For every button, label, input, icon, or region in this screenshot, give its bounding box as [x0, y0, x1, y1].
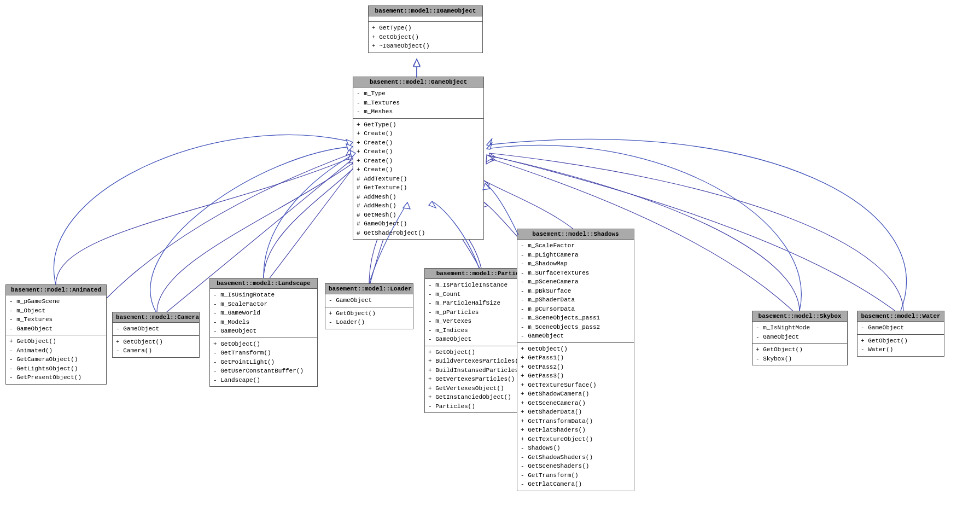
diagram-container: basement::model::IGameObject + GetType()…	[0, 0, 980, 506]
connections-svg	[0, 0, 980, 506]
animated-methods: + GetObject() - Animated() - GetCameraOb…	[6, 335, 106, 384]
camera-fields: - GameObject	[113, 323, 199, 336]
gameobject-header: basement::model::GameObject	[353, 77, 483, 88]
svg-marker-17	[486, 155, 493, 162]
loader-box: basement::model::Loader - GameObject + G…	[325, 283, 413, 329]
svg-marker-19	[413, 59, 420, 67]
shadows-header: basement::model::Shadows	[517, 229, 634, 240]
loader-fields: - GameObject	[325, 294, 413, 307]
svg-marker-9	[488, 153, 495, 160]
landscape-header: basement::model::Landscape	[210, 278, 317, 289]
arrows-svg	[0, 0, 980, 506]
water-methods: + GetObject() - Water()	[858, 335, 944, 356]
shadows-box: basement::model::Shadows - m_ScaleFactor…	[517, 229, 634, 491]
camera-header: basement::model::Camera	[113, 312, 199, 323]
skybox-header: basement::model::Skybox	[752, 311, 847, 322]
landscape-box: basement::model::Landscape - m_IsUsingRo…	[209, 278, 318, 387]
gameobject-methods: + GetType() + Create() + Create() + Crea…	[353, 119, 483, 240]
svg-marker-20	[346, 139, 353, 147]
landscape-methods: + GetObject() - GetTransform() - GetPoin…	[210, 338, 317, 387]
igameobject-header: basement::model::IGameObject	[369, 6, 482, 16]
svg-marker-1	[413, 59, 420, 66]
svg-marker-16	[486, 158, 493, 164]
loader-header: basement::model::Loader	[325, 284, 413, 294]
loader-methods: + GetObject() - Loader()	[325, 307, 413, 329]
water-header: basement::model::Water	[858, 311, 944, 322]
gameobject-box: basement::model::GameObject - m_Type - m…	[353, 77, 484, 240]
landscape-fields: - m_IsUsingRotate - m_ScaleFactor - m_Ga…	[210, 289, 317, 338]
shadows-fields: - m_ScaleFactor - m_pLightCamera - m_Sha…	[517, 240, 634, 343]
shadows-methods: + GetObject() + GetPass1() + GetPass2() …	[517, 343, 634, 491]
igameobject-empty-section	[369, 16, 482, 22]
animated-box: basement::model::Animated - m_pGameScene…	[5, 284, 107, 385]
svg-marker-27	[487, 138, 492, 146]
igameobject-methods: + GetType() + GetObject() + ~IGameObject…	[369, 22, 482, 53]
water-box: basement::model::Water - GameObject + Ge…	[857, 311, 944, 357]
svg-marker-21	[346, 144, 353, 151]
svg-marker-26	[487, 142, 492, 149]
animated-fields: - m_pGameScene - m_Object - m_Textures -…	[6, 295, 106, 335]
camera-methods: + GetObject() - Camera()	[113, 336, 199, 357]
camera-box: basement::model::Camera - GameObject + G…	[112, 312, 200, 358]
animated-header: basement::model::Animated	[6, 285, 106, 295]
skybox-fields: - m_IsNightMode - GameObject	[752, 322, 847, 344]
skybox-box: basement::model::Skybox - m_IsNightMode …	[752, 311, 848, 365]
gameobject-fields: - m_Type - m_Textures - m_Meshes	[353, 88, 483, 119]
water-fields: - GameObject	[858, 322, 944, 335]
svg-marker-10	[346, 149, 353, 155]
skybox-methods: + GetObject() - Skybox()	[752, 344, 847, 365]
svg-marker-8	[488, 156, 495, 162]
igameobject-box: basement::model::IGameObject + GetType()…	[368, 5, 483, 53]
